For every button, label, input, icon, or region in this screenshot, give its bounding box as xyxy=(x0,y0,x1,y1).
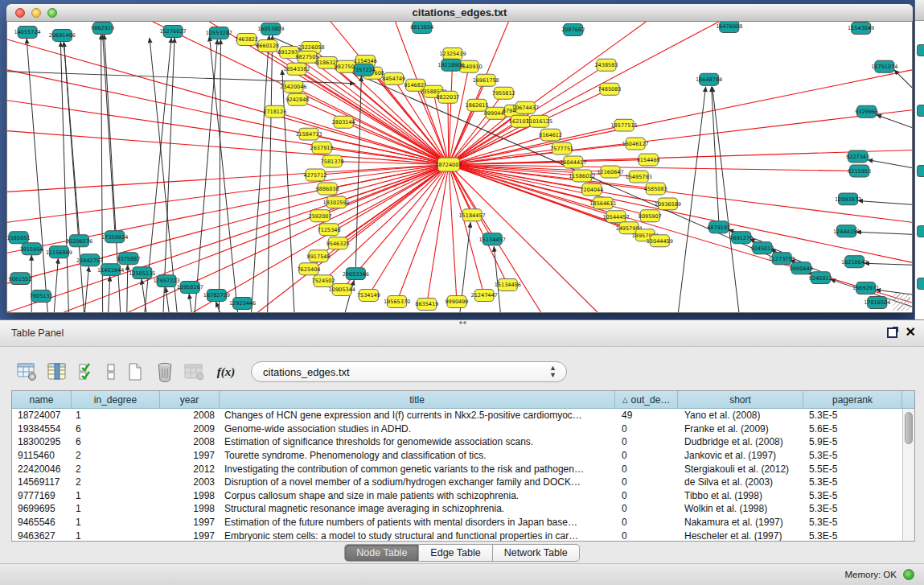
graph-node[interactable]: 11016125 xyxy=(526,115,552,127)
graph-node[interactable]: 1585051 xyxy=(7,232,31,244)
graph-node[interactable]: 10936589 xyxy=(655,198,681,210)
graph-node[interactable]: 11451944 xyxy=(97,264,124,276)
graph-node[interactable]: 8990448 xyxy=(790,262,813,274)
table-row[interactable]: 946362711997Embryonic stem cells: a mode… xyxy=(12,529,902,541)
column-visibility-icon[interactable] xyxy=(76,360,98,384)
graph-node[interactable]: 10958167 xyxy=(177,282,203,294)
graph-node[interactable]: 18564611 xyxy=(589,197,616,209)
graph-node[interactable]: 7524502 xyxy=(312,275,335,287)
graph-node[interactable]: 16210643 xyxy=(841,256,868,268)
graph-node[interactable]: 2637913 xyxy=(310,142,334,154)
select-column-icon[interactable] xyxy=(46,360,68,384)
graph-node[interactable]: 8215953 xyxy=(848,165,871,177)
graph-node[interactable]: 7625404 xyxy=(297,263,320,275)
graph-node[interactable]: 9546325 xyxy=(326,237,350,249)
graph-node[interactable]: 7691270 xyxy=(729,232,753,244)
column-header-in_degree[interactable]: in_degree xyxy=(72,391,160,408)
graph-node[interactable]: 12923446 xyxy=(229,298,256,310)
graph-node[interactable]: 9375887 xyxy=(117,253,140,265)
graph-node[interactable]: 7204044 xyxy=(580,183,603,196)
graph-node[interactable]: 10905344 xyxy=(329,284,355,296)
delete-table-icon[interactable] xyxy=(183,360,206,384)
graph-node[interactable]: 15184457 xyxy=(458,209,485,221)
scrollbar-thumb[interactable] xyxy=(905,412,913,444)
table-selector-dropdown[interactable]: citations_edges.txt ▲▼ xyxy=(251,361,567,382)
graph-node[interactable]: 18302591 xyxy=(323,196,350,208)
graph-node[interactable]: 15276027 xyxy=(159,25,186,37)
graph-node[interactable]: 10553287 xyxy=(206,27,232,39)
graph-node[interactable]: 16961758 xyxy=(473,74,499,86)
graph-node[interactable]: 16044417 xyxy=(560,156,586,168)
vertical-scrollbar[interactable] xyxy=(902,409,914,541)
graph-node[interactable]: 23942757 xyxy=(76,254,103,266)
delete-icon[interactable] xyxy=(154,360,176,384)
graph-node[interactable]: 11273752 xyxy=(769,253,795,265)
graph-node[interactable]: 19218906 xyxy=(437,59,464,71)
graph-node[interactable]: 7357224 xyxy=(352,64,376,76)
graph-node[interactable]: 14055724 xyxy=(14,26,41,38)
graph-node[interactable]: 18577515 xyxy=(610,119,637,131)
column-header-out_de[interactable]: △out_de… xyxy=(615,391,678,408)
graph-node[interactable]: 16543382 xyxy=(283,63,310,75)
column-header-name[interactable]: name xyxy=(12,391,72,408)
graph-node[interactable]: 2803144 xyxy=(332,116,355,128)
graph-node[interactable]: 2438583 xyxy=(594,59,618,71)
table-row[interactable]: 946554611997Estimation of the future num… xyxy=(12,516,902,529)
graph-node[interactable]: 17016504 xyxy=(864,297,890,309)
graph-node[interactable]: 12093872 xyxy=(835,193,861,205)
graph-node[interactable]: 20206576 xyxy=(66,235,92,247)
graph-node[interactable]: 4585083 xyxy=(644,183,667,195)
network-canvas[interactable]: 1872400774638228660128891297423226058982… xyxy=(7,22,912,312)
graph-node[interactable]: 29053346 xyxy=(343,268,369,280)
function-builder-icon[interactable]: f(x) xyxy=(213,360,239,384)
graph-node[interactable]: 16476008 xyxy=(716,22,742,32)
graph-node[interactable]: 9227343 xyxy=(846,150,869,163)
graph-node[interactable]: 9245013 xyxy=(809,272,832,284)
new-document-icon[interactable] xyxy=(124,360,146,384)
graph-node[interactable]: 10674437 xyxy=(512,101,539,113)
graph-node[interactable]: 9990499 xyxy=(445,296,468,308)
graph-node[interactable]: 10544457 xyxy=(602,211,629,223)
graph-node[interactable]: 8813054 xyxy=(410,22,433,33)
graph-node[interactable]: 23420046 xyxy=(280,80,306,93)
graph-node[interactable]: 9061552 xyxy=(9,273,32,285)
resize-grip[interactable] xyxy=(893,293,910,311)
column-header-title[interactable]: title xyxy=(220,391,615,408)
graph-node[interactable]: 8917548 xyxy=(307,250,331,262)
memory-status-icon[interactable] xyxy=(903,569,914,580)
graph-node[interactable]: 21247447 xyxy=(471,290,498,302)
graph-node[interactable]: 8095907 xyxy=(639,210,662,222)
graph-node[interactable]: 15134456 xyxy=(495,279,521,291)
graph-node[interactable]: 19565370 xyxy=(384,296,410,308)
float-panel-icon[interactable] xyxy=(887,328,897,338)
graph-node[interactable]: 9242848 xyxy=(285,93,309,105)
graph-node[interactable]: 7905131 xyxy=(30,290,53,303)
graph-node[interactable]: 17359924 xyxy=(101,231,128,243)
graph-node[interactable]: 9862919 xyxy=(91,22,114,34)
graph-node[interactable]: 2718126 xyxy=(263,105,286,117)
graph-node[interactable]: 15751074 xyxy=(871,60,897,72)
table-row[interactable]: 969969511998Structural magnetic resonanc… xyxy=(12,502,902,516)
graph-node[interactable]: 7125348 xyxy=(318,224,341,236)
graph-node[interactable]: 9245012 xyxy=(750,242,774,254)
graph-node[interactable]: 11543049 xyxy=(848,22,874,34)
tab-edge-table[interactable]: Edge Table xyxy=(419,544,492,562)
graph-node[interactable]: 7577751 xyxy=(550,142,573,154)
table-row[interactable]: 2242004622012Investigating the contribut… xyxy=(12,462,902,476)
graph-node[interactable]: 2087682 xyxy=(561,23,585,35)
graph-node[interactable]: 16053809 xyxy=(257,23,284,35)
graph-node[interactable]: 12505135 xyxy=(129,267,155,279)
tab-network-table[interactable]: Network Table xyxy=(493,544,580,562)
table-row[interactable]: 977716911998Corpus callosum shape and si… xyxy=(12,489,902,503)
graph-node[interactable]: 9886038 xyxy=(316,183,339,195)
table-row[interactable]: 1938455462009Genome-wide association stu… xyxy=(12,422,902,436)
graph-node[interactable]: 4275712 xyxy=(304,169,327,181)
graph-node[interactable]: 15134457 xyxy=(479,233,506,245)
graph-node[interactable]: 7581378 xyxy=(321,155,344,167)
graph-node[interactable]: 16046127 xyxy=(622,138,649,150)
graph-node[interactable]: 18724007 xyxy=(435,158,462,171)
window-titlebar[interactable]: citations_edges.txt xyxy=(6,4,913,22)
row-height-icon[interactable] xyxy=(105,360,117,384)
graph-node[interactable]: 12160647 xyxy=(597,166,623,178)
table-row[interactable]: 1830029562008Estimation of significance … xyxy=(12,435,902,449)
